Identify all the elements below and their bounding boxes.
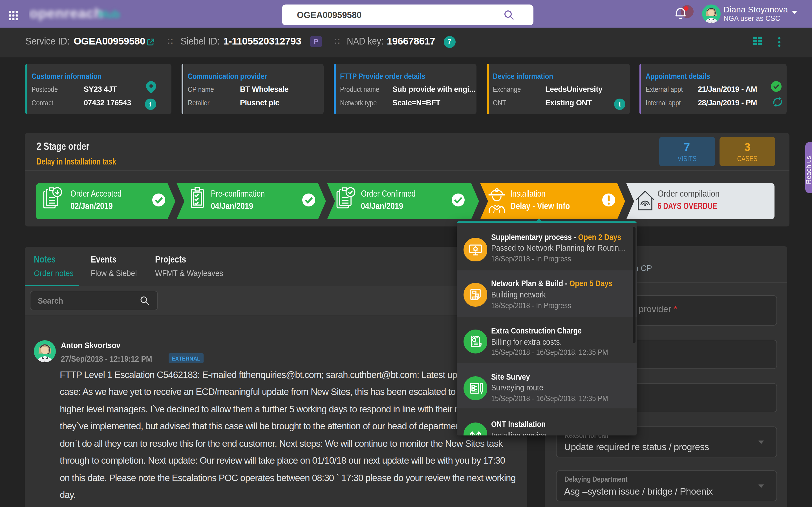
svg-text:£: £ [473,338,475,342]
